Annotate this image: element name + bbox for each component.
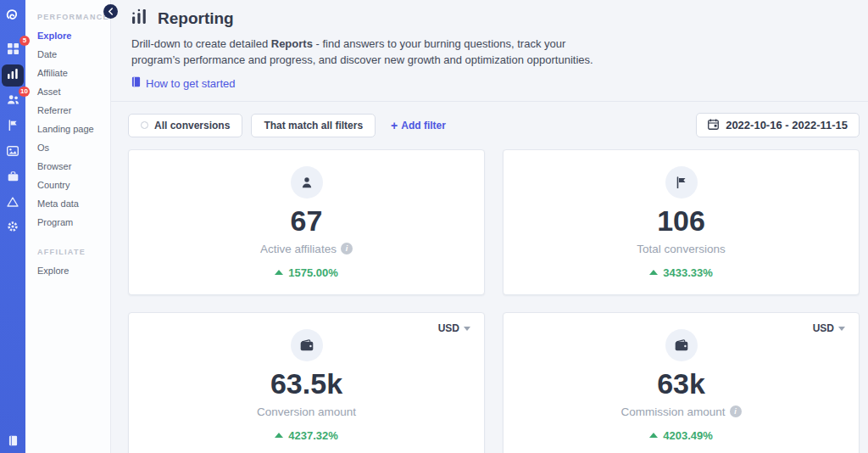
conversions-dot-icon xyxy=(141,121,148,129)
triangle-prism-icon xyxy=(7,195,19,210)
active-affiliates-value: 67 xyxy=(291,204,323,238)
commission-amount-label: Commission amount xyxy=(620,405,741,418)
sidebar-item-affiliate-explore[interactable]: Explore xyxy=(25,261,110,280)
conversion-amount-value: 63.5k xyxy=(270,367,342,400)
flag-icon xyxy=(665,166,698,199)
rail-item-help[interactable] xyxy=(0,434,25,450)
sidebar-section-affiliate: AFFILIATE xyxy=(25,243,110,261)
commission-currency-select[interactable]: USD xyxy=(813,322,845,334)
wallet-icon xyxy=(665,329,698,361)
rail-item-payouts[interactable] xyxy=(2,166,24,188)
stat-card-commission-amount: USD 63k Commission amount 4203.49% xyxy=(503,312,860,453)
plus-icon: + xyxy=(391,119,398,132)
gear-icon xyxy=(7,221,19,236)
rail-item-campaigns[interactable] xyxy=(2,115,24,137)
sidebar-item-browser[interactable]: Browser xyxy=(25,157,110,176)
date-range-label: 2022-10-16 - 2022-11-15 xyxy=(726,119,848,131)
chevron-down-icon xyxy=(838,327,845,331)
commission-amount-change: 4203.49% xyxy=(649,429,713,442)
sidebar-item-asset[interactable]: Asset xyxy=(25,82,110,101)
commission-amount-value: 63k xyxy=(657,367,705,400)
rail-item-funnel[interactable] xyxy=(2,192,24,214)
rail-item-dashboard[interactable]: 5 xyxy=(2,39,24,61)
reporting-chart-icon xyxy=(131,8,149,28)
sidebar-item-program[interactable]: Program xyxy=(25,213,110,232)
sidebar-item-date[interactable]: Date xyxy=(25,45,110,64)
info-icon[interactable] xyxy=(730,405,742,417)
rail-item-reports[interactable] xyxy=(2,64,24,87)
trend-up-icon xyxy=(275,433,283,438)
calendar-icon xyxy=(708,119,719,132)
affiliates-badge: 10 xyxy=(19,87,30,97)
trend-up-icon xyxy=(275,270,283,275)
total-conversions-label: Total conversions xyxy=(637,243,725,255)
main-content: Reporting Drill-down to create detailed … xyxy=(111,0,868,453)
rail-nav: 5 10 xyxy=(0,39,25,239)
conversions-scope-button[interactable]: All conversions xyxy=(128,114,242,137)
sidebar-item-explore[interactable]: Explore xyxy=(25,26,110,45)
sidebar: PERFORMANCE Explore Date Affiliate Asset… xyxy=(25,0,111,453)
sidebar-item-affiliate[interactable]: Affiliate xyxy=(25,64,110,82)
users-icon xyxy=(7,93,19,109)
book-icon xyxy=(131,76,141,90)
match-filters-button[interactable]: That match all filters xyxy=(251,114,376,137)
add-filter-label: Add filter xyxy=(401,120,446,131)
stat-card-active-affiliates: 67 Active affiliates 1575.00% xyxy=(128,149,485,295)
icon-rail: 5 10 xyxy=(0,0,25,453)
tapfiliate-logo-icon xyxy=(4,7,21,27)
bar-chart-icon xyxy=(7,68,19,83)
rail-item-assets[interactable] xyxy=(2,141,24,163)
chevron-down-icon xyxy=(464,327,470,331)
date-range-picker[interactable]: 2022-10-16 - 2022-11-15 xyxy=(696,113,860,137)
stat-cards-grid: 67 Active affiliates 1575.00% 106 Total … xyxy=(111,137,868,453)
trend-up-icon xyxy=(649,433,658,438)
conversion-amount-change: 4237.32% xyxy=(275,429,338,442)
person-icon xyxy=(291,166,323,199)
rail-item-affiliates[interactable]: 10 xyxy=(2,90,24,112)
image-icon xyxy=(7,144,19,159)
book-icon xyxy=(8,434,18,450)
conversion-amount-label: Conversion amount xyxy=(257,405,356,418)
page-title: Reporting xyxy=(158,9,234,28)
trend-up-icon xyxy=(649,270,658,275)
info-icon[interactable] xyxy=(341,243,353,254)
how-to-get-started-link[interactable]: How to get started xyxy=(131,76,236,90)
sidebar-section-performance: PERFORMANCE xyxy=(25,8,110,26)
sidebar-item-os[interactable]: Os xyxy=(25,138,110,157)
conversion-currency-select[interactable]: USD xyxy=(438,322,470,334)
sidebar-item-referrer[interactable]: Referrer xyxy=(25,101,110,120)
flag-icon xyxy=(8,119,19,134)
app-logo[interactable] xyxy=(0,0,25,27)
how-to-get-started-label: How to get started xyxy=(146,77,236,90)
collapse-sidebar-button[interactable] xyxy=(103,4,118,19)
page-description: Drill-down to create detailed Reports - … xyxy=(131,36,596,68)
dashboard-grid-icon xyxy=(8,42,19,58)
page-header: Reporting Drill-down to create detailed … xyxy=(111,0,868,102)
sidebar-item-landing-page[interactable]: Landing page xyxy=(25,120,110,138)
filter-bar: All conversions That match all filters +… xyxy=(111,102,868,137)
match-filters-label: That match all filters xyxy=(264,120,363,131)
sidebar-item-meta-data[interactable]: Meta data xyxy=(25,194,110,213)
active-affiliates-change: 1575.00% xyxy=(275,266,338,279)
sidebar-item-country[interactable]: Country xyxy=(25,176,110,194)
wallet-icon xyxy=(291,329,323,361)
chevron-left-icon xyxy=(108,5,114,18)
active-affiliates-label: Active affiliates xyxy=(260,243,353,255)
briefcase-icon xyxy=(8,170,19,185)
dashboard-badge: 5 xyxy=(19,36,30,46)
rail-item-settings[interactable] xyxy=(2,217,24,239)
conversions-scope-label: All conversions xyxy=(154,120,230,131)
stat-card-conversion-amount: USD 63.5k Conversion amount 4237.32% xyxy=(128,312,485,453)
total-conversions-change: 3433.33% xyxy=(649,266,713,279)
add-filter-button[interactable]: + Add filter xyxy=(391,119,446,132)
stat-card-total-conversions: 106 Total conversions 3433.33% xyxy=(503,149,860,295)
total-conversions-value: 106 xyxy=(657,204,705,238)
